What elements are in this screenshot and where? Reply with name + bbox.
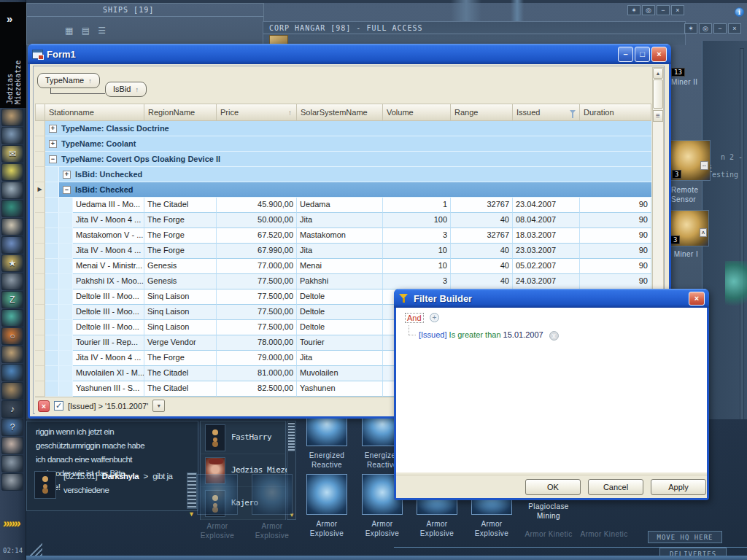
- table-row[interactable]: Uedama III - Mo...The Citadel45.900,00Ue…: [35, 198, 651, 213]
- grid-cell[interactable]: 40: [451, 259, 513, 274]
- scroll-menu-icon[interactable]: ≡: [653, 110, 663, 122]
- grid-cell[interactable]: Tourier: [297, 335, 383, 351]
- grid-cell[interactable]: Jita: [297, 213, 383, 228]
- grid-cell[interactable]: Pakhshi: [297, 274, 383, 289]
- grid-cell[interactable]: 32767: [451, 228, 513, 244]
- grid-cell[interactable]: Deltole: [297, 320, 383, 335]
- grid-cell[interactable]: 90: [580, 274, 651, 289]
- map-browser-icon[interactable]: [1, 127, 23, 144]
- column-header[interactable]: Duration: [580, 104, 651, 121]
- grid-cell[interactable]: 3: [383, 274, 451, 289]
- view-mode-icons[interactable]: ▦ ▤ ☰: [65, 26, 109, 36]
- grid-cell[interactable]: Muvolailen: [297, 366, 383, 381]
- grid-cell[interactable]: 50.000,00: [217, 213, 297, 228]
- group-row[interactable]: +IsBid: Unchecked: [35, 167, 651, 182]
- grid-cell[interactable]: 3: [383, 228, 451, 244]
- grid-cell[interactable]: Uedama: [297, 198, 383, 213]
- condition-operator[interactable]: Is greater than: [449, 330, 501, 339]
- expand-icon[interactable]: +: [49, 125, 57, 133]
- grid-cell[interactable]: Muvolailen XI - M...: [73, 366, 144, 381]
- grid-cell[interactable]: 79.000,00: [217, 351, 297, 366]
- grid-cell[interactable]: Jita IV - Moon 4 ...: [73, 244, 144, 259]
- grid-cell[interactable]: 77.500,00: [217, 289, 297, 305]
- group-bar[interactable]: −TypeName: Covert Ops Cloaking Device II: [45, 152, 651, 167]
- mail-icon[interactable]: ✉: [1, 145, 23, 163]
- wallet-icon[interactable]: [1, 200, 23, 217]
- right-scrollbar[interactable]: [740, 48, 744, 427]
- items-icon[interactable]: [1, 473, 23, 491]
- tutorial-icon[interactable]: ?: [1, 419, 23, 436]
- grid-cell[interactable]: The Citadel: [144, 366, 217, 381]
- root-operator[interactable]: And: [405, 313, 424, 323]
- grid-cell[interactable]: Mastakomon V - ...: [73, 228, 144, 244]
- grid-cell[interactable]: Pakhshi IX - Moo...: [73, 274, 144, 289]
- grid-cell[interactable]: 90: [580, 228, 651, 244]
- grid-cell[interactable]: 45.900,00: [217, 198, 297, 213]
- minimize-icon[interactable]: −: [713, 23, 727, 34]
- grid-cell[interactable]: 24.03.2007: [513, 274, 580, 289]
- cancel-button[interactable]: Cancel: [588, 479, 643, 495]
- grid-cell[interactable]: 100: [383, 213, 451, 228]
- collapse-icon[interactable]: −: [49, 155, 57, 163]
- grid-cell[interactable]: 90: [580, 213, 651, 228]
- close-button[interactable]: ×: [689, 292, 705, 306]
- filter-enabled-checkbox[interactable]: ✓: [54, 401, 63, 411]
- neocom-expander-icon[interactable]: »: [7, 12, 12, 25]
- grid-cell[interactable]: Sinq Laison: [144, 320, 217, 335]
- group-bar[interactable]: −IsBid: Checked: [59, 182, 651, 198]
- grid-cell[interactable]: Sinq Laison: [144, 305, 217, 320]
- dialog-titlebar[interactable]: Filter Builder ×: [394, 289, 709, 308]
- grid-cell[interactable]: 40: [451, 213, 513, 228]
- column-header[interactable]: Stationname: [45, 104, 144, 121]
- grid-cell[interactable]: The Citadel: [144, 198, 217, 213]
- grid-cell[interactable]: 77.500,00: [217, 305, 297, 320]
- ships-window-title[interactable]: SHIPS [19]: [27, 4, 263, 17]
- group-row[interactable]: ▶−IsBid: Checked: [35, 182, 651, 198]
- column-header[interactable]: Issued: [513, 104, 580, 121]
- miner2-item[interactable]: 13: [671, 64, 685, 77]
- grid-cell[interactable]: Jita: [297, 244, 383, 259]
- grid-cell[interactable]: Uedama III - Mo...: [73, 198, 144, 213]
- grid-cell[interactable]: 1: [383, 198, 451, 213]
- market-icon[interactable]: [1, 182, 23, 199]
- minimize-button[interactable]: –: [618, 47, 633, 62]
- grid-cell[interactable]: Menai: [297, 259, 383, 274]
- grid-cell[interactable]: The Forge: [144, 351, 217, 366]
- group-row[interactable]: +TypeName: Classic Doctrine: [35, 121, 651, 136]
- remote-sensor-item[interactable]: -- 3: [670, 140, 711, 181]
- add-condition-icon[interactable]: +: [430, 313, 439, 322]
- chat-scrollbar[interactable]: [187, 472, 197, 509]
- grid-cell[interactable]: 08.04.2007: [513, 213, 580, 228]
- grid-cell[interactable]: Sinq Laison: [144, 289, 217, 305]
- grid-cell[interactable]: Deltole III - Moo...: [73, 289, 144, 305]
- grid-cell[interactable]: 90: [580, 198, 651, 213]
- grid-cell[interactable]: Mastakomon: [297, 228, 383, 244]
- ships-icon[interactable]: [1, 455, 23, 472]
- item-slot[interactable]: [197, 474, 238, 515]
- grid-cell[interactable]: 77.000,00: [217, 259, 297, 274]
- grid-cell[interactable]: The Forge: [144, 244, 217, 259]
- grid-cell[interactable]: The Forge: [144, 228, 217, 244]
- grid-cell[interactable]: Genesis: [144, 259, 217, 274]
- grid-cell[interactable]: 18.03.2007: [513, 228, 580, 244]
- fleet-icon[interactable]: [1, 236, 23, 254]
- info-icon[interactable]: i: [735, 7, 744, 17]
- collapse-icon[interactable]: −: [63, 186, 71, 194]
- grid-cell[interactable]: Menai V - Ministr...: [73, 259, 144, 274]
- grid-cell[interactable]: The Forge: [144, 213, 217, 228]
- remove-condition-icon[interactable]: x: [549, 331, 559, 341]
- grid-cell[interactable]: 90: [580, 244, 651, 259]
- journal-icon[interactable]: [1, 382, 23, 400]
- restore-icon[interactable]: ◎: [642, 5, 655, 15]
- maximize-button[interactable]: □: [635, 47, 650, 62]
- grid-cell[interactable]: Yashunen: [297, 381, 383, 397]
- grid-cell[interactable]: Deltole: [297, 305, 383, 320]
- table-row[interactable]: Jita IV - Moon 4 ...The Forge50.000,00Ji…: [35, 213, 651, 228]
- grid-cell[interactable]: 78.000,00: [217, 335, 297, 351]
- pin-icon[interactable]: ✶: [627, 5, 640, 15]
- grid-cell[interactable]: Deltole III - Moo...: [73, 305, 144, 320]
- close-icon[interactable]: ×: [671, 5, 684, 15]
- grid-cell[interactable]: Yashunen III - S...: [73, 381, 144, 397]
- column-header[interactable]: Price↑: [217, 104, 297, 121]
- condition-field[interactable]: [Issued]: [419, 330, 447, 339]
